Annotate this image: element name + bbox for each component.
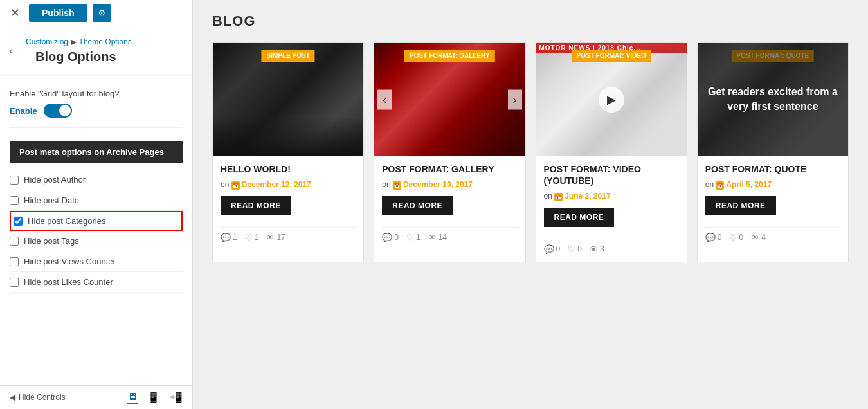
cb-date-checkbox[interactable]	[10, 196, 19, 205]
card-body-3: POST FORMAT: QUOTEon 📅April 5, 2017READ …	[698, 156, 848, 250]
cb-views-label[interactable]: Hide post Views Counter	[24, 257, 116, 266]
card-date-1: on 📅December 10, 2017	[382, 180, 517, 189]
card-divider-0	[221, 227, 356, 228]
cb-date-label[interactable]: Hide post Date	[24, 195, 79, 205]
blog-card-2: MOTOR NEWS | 2018 Chic...POST FORMAT: VI…	[536, 42, 687, 262]
cb-likes-checkbox[interactable]	[10, 278, 19, 287]
likes-count-0: 1	[255, 233, 259, 242]
carousel-right-1[interactable]: ›	[508, 89, 522, 109]
read-more-btn-3[interactable]: READ MORE	[705, 196, 776, 215]
quote-text-3: Get readers excited from a very first se…	[707, 85, 838, 114]
checkbox-row-cb-author: Hide post Author	[10, 170, 183, 190]
toggle-slider	[44, 104, 72, 118]
cb-categories-label[interactable]: Hide post Categories	[28, 216, 105, 226]
cb-author-label[interactable]: Hide post Author	[24, 175, 86, 185]
bottom-bar: ◀ Hide Controls 🖥 📱 📲	[0, 385, 192, 409]
tablet-icon[interactable]: 📱	[147, 391, 160, 404]
read-more-btn-1[interactable]: READ MORE	[382, 196, 453, 215]
left-panel: ✕ Publish ⚙ ‹ Customizing ▶ Theme Option…	[0, 0, 193, 409]
publish-button[interactable]: Publish	[29, 4, 87, 22]
likes-count-2: 0	[577, 244, 582, 253]
enable-toggle[interactable]	[44, 104, 72, 118]
comments-count-2: 0	[556, 244, 561, 253]
page-title: Blog Options	[26, 47, 183, 72]
comments-count-0: 1	[233, 233, 237, 242]
cb-tags-checkbox[interactable]	[10, 237, 19, 246]
desktop-icon[interactable]: 🖥	[127, 391, 138, 404]
card-post-title-1: POST FORMAT: GALLERY	[382, 163, 517, 175]
meta-comments-1: 💬0	[382, 233, 399, 242]
card-body-2: POST FORMAT: VIDEO (YOUTUBE)on 📅June 2, …	[536, 156, 687, 262]
card-post-title-0: HELLO WORLD!	[221, 163, 356, 175]
blog-card-3: POST FORMAT: QUOTEGet readers excited fr…	[697, 42, 849, 262]
card-badge-1: POST FORMAT: GALLERY	[404, 50, 494, 62]
cb-tags-label[interactable]: Hide post Tags	[24, 236, 79, 246]
card-post-title-2: POST FORMAT: VIDEO (YOUTUBE)	[544, 163, 679, 186]
right-content: BLOG SIMPLE POSTHELLO WORLD!on 📅December…	[193, 0, 868, 409]
mobile-icon[interactable]: 📲	[170, 391, 183, 404]
read-more-btn-2[interactable]: READ MORE	[544, 208, 615, 227]
close-button[interactable]: ✕	[6, 5, 24, 21]
cal-icon-2: 📅	[554, 193, 563, 201]
breadcrumb-area: ‹ Customizing ▶ Theme Options Blog Optio…	[0, 26, 192, 75]
toggle-label: Enable	[10, 106, 37, 116]
back-button[interactable]: ‹	[6, 42, 15, 59]
carousel-left-1[interactable]: ‹	[377, 89, 392, 109]
breadcrumb-customizing[interactable]: Customizing	[26, 37, 68, 46]
meta-likes-1: ♡1	[406, 233, 420, 242]
meta-likes-2: ♡0	[568, 244, 582, 254]
views-count-1: 14	[439, 233, 447, 242]
breadcrumb-theme-options[interactable]: Theme Options	[79, 37, 132, 46]
hide-controls[interactable]: ◀ Hide Controls	[10, 393, 66, 402]
cal-icon-3: 📅	[716, 181, 724, 190]
sidebar-content: Enable "Grid" layout for blog? Enable Po…	[0, 82, 192, 385]
card-image-2: MOTOR NEWS | 2018 Chic...POST FORMAT: VI…	[536, 43, 687, 156]
comment-icon-0: 💬	[221, 233, 231, 242]
meta-views-0: 👁17	[266, 233, 285, 242]
card-meta-0: 💬1 ♡1 👁17	[221, 233, 356, 242]
eye-icon-1: 👁	[428, 233, 437, 242]
card-badge-2: POST FORMAT: VIDEO	[572, 50, 651, 62]
read-more-btn-0[interactable]: READ MORE	[221, 196, 291, 215]
top-bar: ✕ Publish ⚙	[0, 0, 192, 26]
meta-comments-2: 💬0	[544, 244, 561, 254]
blog-grid: SIMPLE POSTHELLO WORLD!on 📅December 12, …	[212, 42, 849, 262]
card-date-0: on 📅December 12, 2017	[221, 180, 356, 189]
cb-likes-label[interactable]: Hide post Likes Counter	[24, 277, 113, 287]
card-meta-2: 💬0 ♡0 👁3	[544, 244, 679, 254]
breadcrumb: Customizing ▶ Theme Options	[26, 35, 183, 47]
date-value-2: June 2, 2017	[565, 192, 610, 201]
meta-likes-3: ♡0	[729, 233, 743, 242]
card-date-2: on 📅June 2, 2017	[544, 192, 679, 201]
cb-views-checkbox[interactable]	[10, 257, 19, 266]
comments-count-1: 0	[394, 233, 399, 242]
likes-count-3: 0	[739, 233, 743, 242]
breadcrumb-separator: ▶	[71, 37, 78, 46]
play-button-2[interactable]: ▶	[599, 87, 624, 113]
card-date-3: on 📅April 5, 2017	[705, 180, 840, 189]
date-value-3: April 5, 2017	[726, 180, 772, 189]
cb-author-checkbox[interactable]	[10, 176, 19, 185]
date-prefix-1: on	[382, 180, 393, 189]
heart-icon-3: ♡	[729, 233, 737, 242]
blog-title: BLOG	[212, 13, 849, 30]
card-image-3: POST FORMAT: QUOTEGet readers excited fr…	[698, 43, 848, 156]
card-post-title-3: POST FORMAT: QUOTE	[705, 163, 840, 175]
quote-overlay-3: Get readers excited from a very first se…	[698, 43, 848, 156]
views-count-0: 17	[276, 233, 285, 242]
blog-card-0: SIMPLE POSTHELLO WORLD!on 📅December 12, …	[212, 42, 364, 262]
meta-comments-0: 💬1	[221, 233, 237, 242]
date-value-1: December 10, 2017	[403, 180, 473, 189]
cb-categories-checkbox[interactable]	[14, 217, 23, 226]
meta-comments-3: 💬0	[705, 233, 722, 242]
date-prefix-2: on	[544, 192, 555, 201]
card-meta-3: 💬0 ♡0 👁4	[705, 233, 840, 242]
device-icons: 🖥 📱 📲	[127, 391, 183, 404]
settings-button[interactable]: ⚙	[93, 4, 111, 22]
date-prefix-0: on	[221, 180, 231, 189]
hide-controls-arrow: ◀	[10, 393, 15, 402]
date-prefix-3: on	[705, 180, 716, 189]
eye-icon-0: 👁	[266, 233, 275, 242]
section-btn[interactable]: Post meta options on Archive Pages	[10, 141, 183, 163]
card-divider-2	[544, 239, 679, 239]
